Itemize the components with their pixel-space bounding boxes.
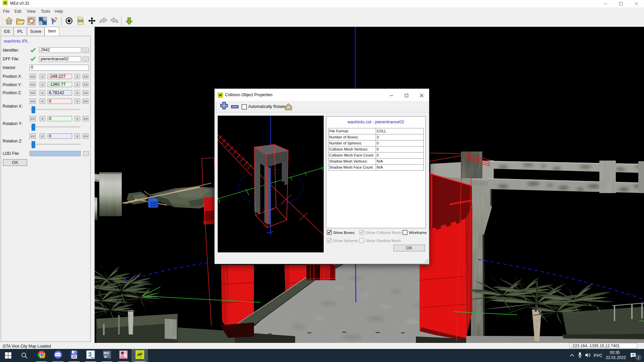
svg-text:IDE: IDE: [78, 19, 84, 23]
svg-text:IMG: IMG: [104, 351, 109, 355]
svg-text:MAX: MAX: [91, 357, 95, 359]
svg-text:?: ?: [54, 16, 57, 23]
